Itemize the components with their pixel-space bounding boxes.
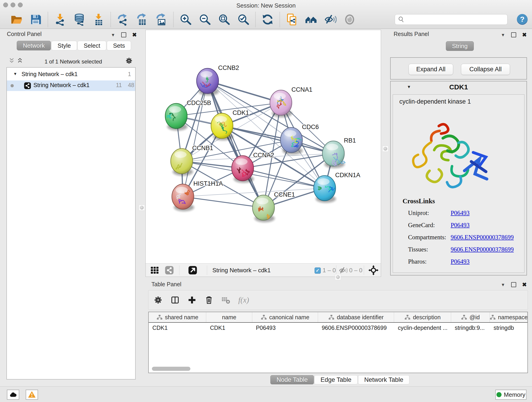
tree-expander-icon[interactable]: ▼ [13,72,17,76]
view-grid-icon[interactable] [150,266,159,275]
network-node-CDC25B[interactable] [165,103,187,128]
search-input[interactable] [405,15,507,24]
network-node-CCNE1[interactable] [253,195,274,220]
close-panel-icon[interactable]: ✖ [522,32,527,38]
tab-network[interactable]: Network [17,41,51,51]
birds-eye-view-icon[interactable] [368,265,379,275]
collapse-all-tree-button[interactable] [8,57,15,64]
column-header-shared-name[interactable]: shared name [149,312,206,322]
tab-network-table[interactable]: Network Table [358,375,410,384]
import-network-button[interactable] [53,13,67,26]
zoom-selected-button[interactable] [237,13,250,26]
column-header-description[interactable]: description [394,312,451,322]
import-database-button[interactable] [73,13,86,26]
table-row[interactable]: CDK1CDK1P064939606.ENSP00000378699cyclin… [149,323,527,333]
export-network-button[interactable] [116,13,129,26]
bottom-splitter-grip[interactable] [335,274,341,280]
table-cell[interactable]: CDK1 [206,325,252,331]
network-edge[interactable] [243,168,325,188]
show-columns-icon[interactable] [171,295,180,305]
refresh-view-button[interactable] [261,13,274,26]
column-header-canonical-name[interactable]: canonical name [252,312,318,322]
table-cell[interactable]: stringdb [490,325,527,331]
hide-selected-button[interactable] [324,13,337,26]
tab-node-table[interactable]: Node Table [270,375,314,384]
float-panel-icon[interactable]: ▼ [501,33,505,37]
import-table-button[interactable] [92,13,105,26]
crosslink-link[interactable]: P06493 [451,210,470,217]
left-splitter-grip[interactable] [139,205,145,211]
network-node-CCNB1[interactable] [171,148,193,174]
network-node-CCNA2[interactable] [232,156,254,181]
add-column-icon[interactable] [187,295,196,305]
network-edge[interactable] [183,81,208,197]
search-box[interactable] [395,14,507,25]
table-cell[interactable]: stringdb:9... [451,325,490,331]
open-file-button[interactable] [10,13,23,26]
crosslink-link[interactable]: P06493 [451,258,470,265]
table-settings-gear-icon[interactable] [153,295,163,305]
export-image-button[interactable] [155,13,168,26]
detach-view-icon[interactable] [188,266,197,275]
tab-edge-table[interactable]: Edge Table [314,375,358,384]
delete-column-icon[interactable] [204,295,214,305]
cloud-button[interactable] [7,390,19,400]
network-options-button[interactable] [125,57,133,65]
collapse-all-button[interactable]: Collapse All [461,64,510,75]
hidden-elements-icon[interactable] [339,266,348,275]
duplicate-network-button[interactable] [285,13,298,26]
tab-sets[interactable]: Sets [107,41,131,51]
network-node-CCNB2[interactable] [196,68,219,94]
column-header-name[interactable]: name [206,312,252,322]
selected-nodes-checkbox[interactable]: ✓ [315,268,321,274]
network-edge[interactable] [183,197,264,208]
first-neighbors-button[interactable] [304,13,318,26]
network-collection-row[interactable]: ▼ String Network – cdk1 1 [7,70,135,80]
network-row-selected[interactable]: String Network – cdk1 11 48 [7,80,135,91]
crosslink-link[interactable]: P06493 [451,222,470,229]
memory-button[interactable]: Memory [495,390,526,400]
float-panel-icon[interactable]: ▼ [111,33,115,37]
close-panel-icon[interactable]: ✖ [522,282,527,287]
table-cell[interactable]: 9606.ENSP00000378699 [318,325,394,331]
column-header-@id[interactable]: @id [451,312,490,322]
delete-table-icon[interactable] [221,295,230,305]
crosslink-link[interactable]: 9606.ENSP00000378699 [451,234,514,241]
network-node-CDKN1A[interactable] [314,176,336,201]
tab-style[interactable]: Style [51,41,77,51]
network-canvas[interactable]: CCNB2CCNA1CDC25BCDK1CDC6RB1CCNB1CCNA2CDK… [146,30,381,263]
table-cell[interactable]: cyclin-dependent ... [394,325,451,331]
maximize-panel-icon[interactable] [511,282,516,287]
show-all-button[interactable] [343,13,356,26]
warnings-button[interactable] [26,390,38,400]
function-builder-icon[interactable]: f(x) [238,296,249,304]
table-cell[interactable]: CDK1 [149,325,206,331]
network-share-icon[interactable] [165,266,174,275]
network-edge[interactable] [208,81,264,208]
maximize-panel-icon[interactable] [511,32,516,37]
save-session-button[interactable] [29,13,42,26]
expand-all-tree-button[interactable] [17,57,23,64]
crosslink-link[interactable]: 9606.ENSP00000378699 [451,246,514,253]
maximize-panel-icon[interactable] [121,32,126,37]
tab-string[interactable]: String [446,41,474,51]
network-node-CDC6[interactable] [280,128,302,153]
table-cell[interactable]: P06493 [252,325,318,331]
network-node-RB1[interactable] [322,141,345,166]
help-button[interactable]: ? [517,14,528,25]
close-panel-icon[interactable]: ✖ [132,32,137,38]
right-splitter-grip[interactable] [382,146,388,152]
zoom-in-button[interactable] [179,13,192,26]
expand-all-button[interactable]: Expand All [409,64,453,75]
tab-select[interactable]: Select [77,41,106,51]
horizontal-scrollbar-thumb[interactable] [152,367,190,371]
network-node-HIST1H1A[interactable] [172,184,194,209]
column-header-database-identifier[interactable]: database identifier [318,312,394,322]
column-header-namespace[interactable]: namespace [490,312,527,322]
zoom-out-button[interactable] [198,13,211,26]
network-node-CCNA1[interactable] [270,90,292,115]
zoom-fit-button[interactable] [217,13,231,26]
network-node-CDK1[interactable] [211,113,233,138]
export-table-button[interactable] [135,13,149,26]
float-panel-icon[interactable]: ▼ [501,283,505,287]
